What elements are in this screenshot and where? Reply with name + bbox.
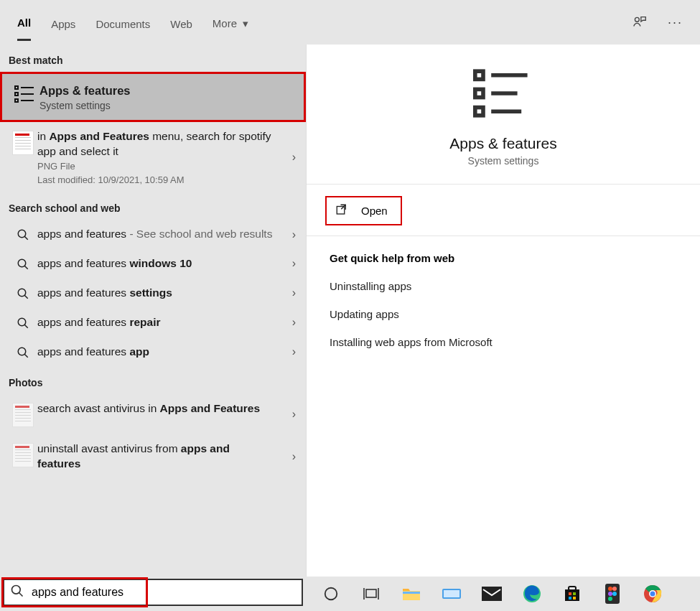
- svg-point-15: [18, 348, 26, 355]
- svg-rect-3: [15, 93, 18, 95]
- section-search-web: Search school and web: [0, 192, 306, 220]
- result-best-match[interactable]: Apps & features System settings: [0, 72, 306, 122]
- svg-line-25: [19, 593, 23, 597]
- png-result-title: in Apps and Features menu, search for sp…: [37, 129, 276, 159]
- svg-rect-17: [475, 71, 483, 79]
- detail-subtitle: System settings: [314, 155, 693, 167]
- svg-rect-36: [569, 587, 576, 590]
- svg-rect-32: [444, 590, 459, 597]
- web-result-1[interactable]: apps and features windows 10 ›: [0, 249, 306, 279]
- svg-rect-38: [573, 592, 576, 595]
- task-view-icon[interactable]: [359, 582, 383, 606]
- web-result-title: apps and features settings: [37, 286, 276, 301]
- svg-rect-21: [475, 108, 483, 116]
- photo-result-0[interactable]: search avast antivirus in Apps and Featu…: [0, 394, 306, 434]
- best-match-subtitle: System settings: [39, 100, 274, 111]
- svg-rect-35: [565, 589, 579, 601]
- feedback-icon[interactable]: [632, 14, 648, 30]
- chevron-right-icon: ›: [292, 286, 296, 299]
- svg-point-13: [18, 318, 26, 326]
- svg-rect-37: [569, 592, 571, 595]
- photo-result-title: uninstall avast antivirus from apps and …: [37, 442, 276, 472]
- list-settings-large-icon: [473, 65, 533, 125]
- help-link-updating[interactable]: Updating apps: [330, 308, 677, 320]
- result-png-file[interactable]: in Apps and Features menu, search for sp…: [0, 122, 306, 192]
- chevron-right-icon: ›: [292, 151, 296, 164]
- list-settings-icon: [11, 83, 39, 104]
- section-best-match: Best match: [0, 45, 306, 72]
- section-photos: Photos: [0, 367, 306, 394]
- more-options-icon[interactable]: ···: [668, 15, 683, 30]
- svg-point-7: [18, 230, 26, 238]
- tab-web[interactable]: Web: [170, 5, 192, 40]
- svg-point-44: [608, 592, 612, 596]
- web-result-0[interactable]: apps and features - See school and web r…: [0, 220, 306, 249]
- svg-rect-40: [573, 597, 576, 600]
- search-input[interactable]: [24, 586, 296, 599]
- chrome-icon[interactable]: [640, 582, 665, 606]
- help-link-installing-web[interactable]: Installing web apps from Microsoft: [330, 336, 677, 348]
- web-result-title: apps and features app: [37, 345, 276, 360]
- search-box[interactable]: [3, 579, 303, 606]
- onscreen-keyboard-icon[interactable]: [439, 582, 464, 606]
- png-thumbnail-icon: [9, 401, 37, 427]
- svg-point-11: [18, 289, 26, 297]
- edge-icon[interactable]: [520, 582, 544, 606]
- cortana-icon[interactable]: [319, 582, 343, 606]
- svg-rect-30: [403, 592, 420, 594]
- open-label: Open: [361, 205, 388, 217]
- photo-result-title: search avast antivirus in Apps and Featu…: [37, 401, 276, 416]
- svg-line-14: [24, 325, 28, 328]
- open-button[interactable]: Open: [325, 196, 402, 225]
- microsoft-store-icon[interactable]: [560, 582, 584, 606]
- svg-rect-27: [366, 589, 376, 597]
- web-result-3[interactable]: apps and features repair ›: [0, 308, 306, 337]
- png-thumbnail-icon: [9, 129, 37, 155]
- search-icon: [9, 315, 37, 330]
- web-result-2[interactable]: apps and features settings ›: [0, 279, 306, 308]
- png-thumbnail-icon: [9, 442, 37, 467]
- svg-rect-19: [475, 89, 483, 97]
- chevron-right-icon: ›: [292, 316, 296, 329]
- search-icon: [9, 227, 37, 241]
- svg-rect-1: [15, 86, 18, 89]
- file-explorer-icon[interactable]: [399, 582, 424, 606]
- detail-title: Apps & features: [314, 135, 693, 152]
- tab-more[interactable]: More ▾: [213, 4, 248, 40]
- search-icon: [9, 345, 37, 359]
- web-result-title: apps and features - See school and web r…: [37, 227, 276, 242]
- svg-point-26: [325, 588, 337, 600]
- web-result-4[interactable]: apps and features app ›: [0, 337, 306, 367]
- web-result-title: apps and features windows 10: [37, 256, 276, 271]
- tab-documents[interactable]: Documents: [95, 5, 150, 40]
- svg-line-12: [24, 295, 28, 299]
- svg-point-9: [18, 259, 26, 267]
- chevron-right-icon: ›: [292, 345, 296, 358]
- chevron-right-icon: ›: [292, 257, 296, 270]
- svg-point-42: [608, 587, 612, 591]
- help-header: Get quick help from web: [330, 252, 677, 264]
- svg-rect-5: [15, 99, 18, 102]
- open-external-icon: [335, 203, 348, 218]
- search-icon: [10, 584, 24, 601]
- photo-result-1[interactable]: uninstall avast antivirus from apps and …: [0, 434, 306, 479]
- svg-rect-39: [569, 597, 571, 600]
- search-icon: [9, 256, 37, 271]
- svg-line-16: [24, 354, 28, 358]
- taskbar: [306, 577, 700, 611]
- svg-rect-33: [482, 587, 502, 601]
- svg-point-45: [612, 592, 617, 596]
- best-match-title: Apps & features: [39, 83, 274, 98]
- mail-icon[interactable]: [480, 582, 504, 606]
- svg-point-24: [12, 586, 21, 594]
- divider: [307, 235, 700, 236]
- tab-apps[interactable]: Apps: [51, 5, 75, 40]
- svg-line-8: [24, 236, 28, 240]
- tab-all[interactable]: All: [17, 4, 31, 41]
- tab-more-label: More: [213, 17, 237, 29]
- chevron-down-icon: ▾: [243, 17, 248, 29]
- svg-point-46: [608, 597, 612, 601]
- figma-icon[interactable]: [600, 582, 625, 606]
- chevron-right-icon: ›: [292, 228, 296, 241]
- help-link-uninstalling[interactable]: Uninstalling apps: [330, 280, 677, 292]
